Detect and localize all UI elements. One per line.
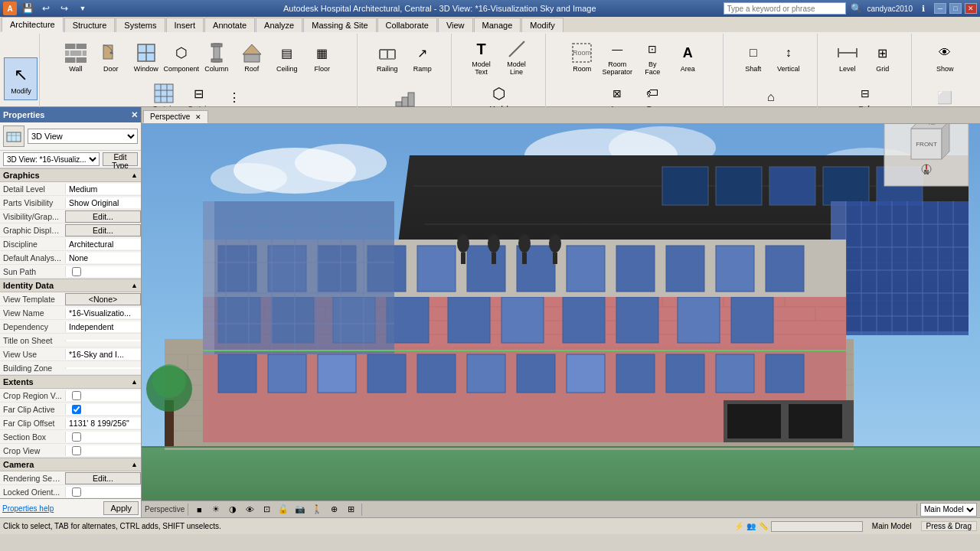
- minimize-btn[interactable]: ─: [934, 3, 946, 14]
- view-tabs: Perspective ✕: [142, 107, 980, 124]
- tab-modify[interactable]: Modify: [521, 18, 563, 32]
- prop-title-on-sheet: Title on Sheet: [0, 334, 141, 347]
- model-selector[interactable]: Main Model: [920, 503, 977, 517]
- ribbon-btn-area[interactable]: A Area: [671, 35, 704, 78]
- ribbon-btn-floor[interactable]: ▦ Floor: [305, 35, 339, 78]
- ribbon-btn-level[interactable]: Level: [831, 35, 864, 78]
- view-control-walk[interactable]: 🚶: [309, 503, 325, 517]
- svg-point-42: [295, 144, 387, 182]
- view-control-visual-style[interactable]: ■: [191, 503, 207, 517]
- prop-rendering-settings: Rendering Sett... Edit...: [0, 471, 141, 485]
- ribbon-btn-column[interactable]: Column: [200, 35, 234, 78]
- close-btn[interactable]: ✕: [965, 3, 977, 14]
- tab-structure[interactable]: Structure: [64, 18, 116, 32]
- apply-button[interactable]: Apply: [103, 501, 139, 515]
- section-graphics[interactable]: Graphics ▲: [0, 168, 141, 182]
- statusbar: Click to select, TAB for alternates, CTR…: [0, 517, 980, 534]
- statusbar-model-label: Main Model: [866, 522, 918, 530]
- ribbon-btn-door[interactable]: Door: [94, 35, 128, 78]
- tab-annotate[interactable]: Annotate: [204, 18, 255, 32]
- view-type-dropdown[interactable]: 3D View: [28, 129, 138, 144]
- tab-systems[interactable]: Systems: [116, 18, 165, 32]
- svg-rect-162: [417, 354, 456, 393]
- ribbon-btn-by-face[interactable]: ⊡ ByFace: [635, 35, 669, 78]
- tab-architecture[interactable]: Architecture: [2, 17, 64, 32]
- info-btn[interactable]: ℹ: [916, 2, 931, 15]
- svg-rect-139: [501, 297, 544, 343]
- qat-undo[interactable]: ↩: [38, 2, 54, 15]
- statusbar-sync: ⚡: [734, 522, 743, 530]
- view-tab-close[interactable]: ✕: [195, 113, 201, 121]
- qat-save[interactable]: 💾: [20, 2, 35, 15]
- viewport[interactable]: FRONT TOP N: [142, 124, 980, 500]
- far-clip-active-checkbox[interactable]: [72, 405, 81, 414]
- svg-rect-194: [553, 253, 557, 264]
- ribbon-btn-wall[interactable]: Wall: [59, 35, 93, 78]
- ribbon-btn-window[interactable]: Window: [129, 35, 163, 78]
- ribbon-btn-component[interactable]: ⬡ Component: [165, 35, 198, 78]
- svg-rect-155: [716, 246, 754, 292]
- view-control-zoom-fit[interactable]: ⊞: [343, 503, 358, 517]
- view-select-dropdown[interactable]: 3D View: *16-Visualiz...: [3, 152, 100, 166]
- section-extents[interactable]: Extents ▲: [0, 375, 141, 389]
- ribbon-btn-model-text[interactable]: T ModelText: [465, 35, 498, 78]
- ribbon-btn-show[interactable]: 👁 Show: [928, 35, 962, 78]
- ribbon-btn-grid[interactable]: ⊞ Grid: [866, 35, 900, 78]
- tab-manage[interactable]: Manage: [474, 18, 521, 32]
- ribbon-btn-room-separator[interactable]: — RoomSeparator: [600, 35, 634, 78]
- view-tab-perspective[interactable]: Perspective ✕: [143, 110, 208, 123]
- ribbon-btn-ramp[interactable]: ↗ Ramp: [406, 35, 439, 78]
- view-control-crop[interactable]: ⊡: [259, 503, 274, 517]
- prop-far-clip-offset: Far Clip Offset 1131' 8 199/256": [0, 416, 141, 430]
- qat-redo[interactable]: ↪: [57, 2, 72, 15]
- edit-type-button[interactable]: Edit Type: [103, 152, 138, 166]
- prop-view-name: View Name *16-Visualizatio...: [0, 306, 141, 320]
- properties-help-link[interactable]: Properties help: [2, 504, 54, 513]
- view-control-sun[interactable]: ☀: [208, 503, 224, 517]
- tab-analyze[interactable]: Analyze: [256, 18, 302, 32]
- ribbon-btn-shaft[interactable]: □ Shaft: [737, 35, 770, 78]
- view-control-zoom[interactable]: ⊕: [326, 503, 341, 517]
- view-control-shadows[interactable]: ◑: [225, 503, 240, 517]
- svg-rect-190: [492, 253, 496, 264]
- ribbon-btn-railing[interactable]: Railing: [371, 35, 404, 78]
- tab-collaborate[interactable]: Collaborate: [377, 18, 437, 32]
- prop-type-selector: 3D View: [0, 122, 141, 151]
- ribbon-btn-ceiling[interactable]: ▤ Ceiling: [270, 35, 304, 78]
- tab-view[interactable]: View: [438, 18, 473, 32]
- svg-rect-167: [666, 354, 704, 393]
- qat-more[interactable]: ▼: [75, 2, 90, 15]
- maximize-btn[interactable]: □: [949, 3, 962, 14]
- view-control-show-hide[interactable]: 👁: [242, 503, 257, 517]
- sun-path-checkbox[interactable]: [72, 267, 81, 276]
- ribbon-btn-roof[interactable]: Roof: [235, 35, 269, 78]
- ribbon-btn-modify[interactable]: ↖ Modify: [4, 57, 38, 100]
- search-btn[interactable]: 🔍: [849, 2, 864, 15]
- svg-rect-188: [461, 253, 466, 264]
- prop-parts-visibility: Parts Visibility Show Original: [0, 196, 141, 210]
- svg-text:TOP: TOP: [928, 124, 937, 126]
- tab-insert[interactable]: Insert: [166, 18, 204, 32]
- view-control-camera[interactable]: 📷: [292, 503, 308, 517]
- prop-crop-view: Crop View: [0, 444, 141, 458]
- svg-rect-16: [244, 54, 260, 62]
- view-control-unlock[interactable]: 🔓: [276, 503, 291, 517]
- ribbon-btn-model-line[interactable]: ModelLine: [500, 35, 534, 78]
- search-input[interactable]: [724, 2, 846, 15]
- section-identity-data[interactable]: Identity Data ▲: [0, 279, 141, 292]
- prop-header-close[interactable]: ✕: [131, 110, 138, 120]
- ribbon-btn-vertical[interactable]: ↕ Vertical: [772, 35, 805, 78]
- svg-rect-169: [766, 354, 804, 393]
- prop-crop-region-v: Crop Region V...: [0, 389, 141, 403]
- section-camera[interactable]: Camera ▲: [0, 458, 141, 471]
- section-box-checkbox[interactable]: [72, 432, 81, 442]
- crop-view-checkbox[interactable]: [72, 446, 81, 455]
- crop-region-v-checkbox[interactable]: [72, 391, 81, 400]
- ribbon-btn-room[interactable]: Room Room: [565, 35, 599, 78]
- svg-rect-149: [417, 246, 456, 292]
- svg-rect-90: [662, 167, 708, 205]
- view-controls-toolbar: Perspective ■ ☀ ◑ 👁 ⊡ 🔓 📷 🚶 ⊕ ⊞ Main Mod…: [142, 500, 980, 517]
- locked-orient-checkbox[interactable]: [72, 487, 81, 497]
- svg-rect-14: [211, 59, 222, 62]
- tab-massing[interactable]: Massing & Site: [303, 18, 376, 32]
